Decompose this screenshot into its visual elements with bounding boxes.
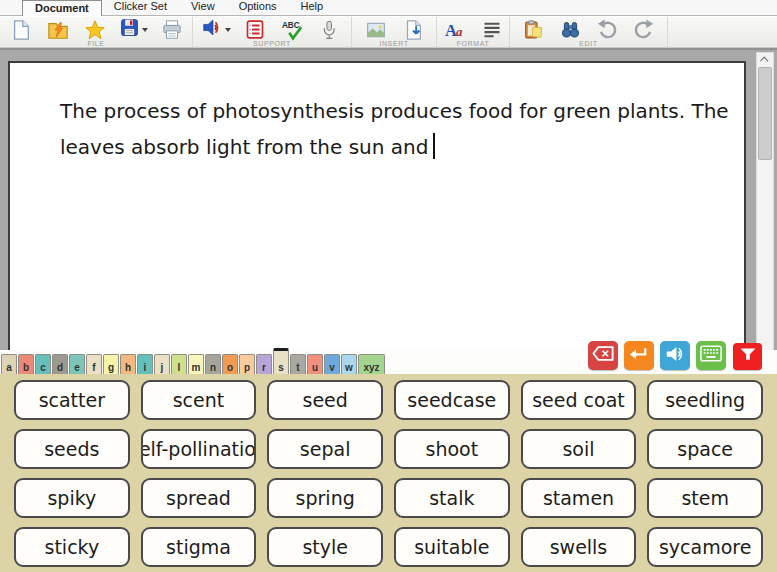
speak-button[interactable]: [202, 17, 231, 42]
speaker-icon: [202, 17, 223, 42]
insert-file-button[interactable]: [400, 19, 426, 41]
word-cell[interactable]: sepal: [267, 429, 383, 469]
word-cell[interactable]: seeds: [14, 429, 130, 469]
record-button[interactable]: [316, 19, 342, 41]
toolbar-spacer: [668, 17, 777, 47]
word-cell[interactable]: sticky: [14, 527, 130, 567]
menu-tab-document[interactable]: Document: [22, 0, 102, 16]
word-cell[interactable]: scent: [141, 380, 257, 420]
alphabet-tab-s[interactable]: s: [273, 348, 289, 374]
backspace-button[interactable]: [588, 341, 618, 370]
find-button[interactable]: [557, 19, 583, 41]
document-scrollbar[interactable]: [756, 52, 774, 370]
word-cell[interactable]: spread: [141, 478, 257, 518]
alphabet-tab-o[interactable]: o: [222, 354, 238, 374]
scrollbar-thumb[interactable]: [758, 67, 772, 160]
alignment-button[interactable]: [479, 19, 505, 41]
word-cell[interactable]: stamen: [521, 478, 637, 518]
alphabet-tab-p[interactable]: p: [239, 354, 255, 374]
word-cell[interactable]: sycamore: [647, 527, 763, 567]
toolbar-group-label: FILE: [0, 40, 192, 48]
svg-text:ABC: ABC: [282, 21, 300, 30]
new-document-button[interactable]: [8, 19, 34, 41]
numbered-list-icon: [245, 19, 265, 40]
word-cell[interactable]: shoot: [394, 429, 510, 469]
word-cell[interactable]: seedling: [647, 380, 763, 420]
document-page[interactable]: The process of photosynthesis produces f…: [8, 61, 746, 350]
clipboard-icon: [523, 19, 544, 41]
alphabet-tab-d[interactable]: d: [52, 354, 68, 374]
alphabet-tab-t[interactable]: t: [290, 354, 306, 374]
alphabet-tab-j[interactable]: j: [154, 354, 170, 374]
undo-button[interactable]: [594, 19, 620, 41]
speak-dropdown-arrow[interactable]: [225, 28, 231, 32]
word-cell[interactable]: seedcase: [394, 380, 510, 420]
open-button[interactable]: [45, 19, 71, 41]
redo-button[interactable]: [631, 19, 657, 41]
toolbar-group-edit: EDIT: [510, 17, 668, 47]
alphabet-tab-u[interactable]: u: [307, 354, 323, 374]
word-cell[interactable]: spring: [267, 478, 383, 518]
alphabet-tab-a[interactable]: a: [1, 354, 17, 374]
word-cell[interactable]: spiky: [14, 478, 130, 518]
word-list-button[interactable]: [242, 19, 268, 41]
menu-bar: Document Clicker Set View Options Help: [0, 0, 777, 16]
word-cell[interactable]: self-pollination: [141, 429, 257, 469]
toolbar-group-label: EDIT: [510, 40, 667, 48]
keyboard-button[interactable]: [696, 341, 726, 370]
word-cell[interactable]: scatter: [14, 380, 130, 420]
font-aa-icon: Aa: [443, 19, 467, 41]
scroll-up-button[interactable]: [757, 53, 773, 67]
microphone-icon: [319, 19, 339, 41]
alphabet-tab-l[interactable]: l: [171, 354, 187, 374]
word-cell[interactable]: stalk: [394, 478, 510, 518]
word-cell[interactable]: space: [647, 429, 763, 469]
save-button[interactable]: [119, 17, 148, 42]
align-lines-icon: [481, 20, 503, 40]
alphabet-tab-r[interactable]: r: [256, 354, 272, 374]
menu-item-options[interactable]: Options: [227, 0, 289, 15]
alphabet-tab-i[interactable]: i: [137, 354, 153, 374]
spellcheck-button[interactable]: ABC: [279, 19, 305, 41]
paste-button[interactable]: [520, 19, 546, 41]
alphabet-tab-w[interactable]: w: [341, 354, 357, 374]
font-button[interactable]: Aa: [442, 19, 468, 41]
megaphone-icon: [665, 345, 686, 367]
printer-icon: [161, 19, 183, 41]
alphabet-tab-m[interactable]: m: [188, 354, 204, 374]
menu-item-view[interactable]: View: [179, 0, 227, 15]
word-cell[interactable]: style: [267, 527, 383, 567]
toolbar-group-insert: INSERT: [352, 17, 437, 47]
return-button[interactable]: [624, 341, 654, 370]
alphabet-tab-c[interactable]: c: [35, 354, 51, 374]
alphabet-tab-xyz[interactable]: xyz: [358, 354, 385, 374]
document-text: The process of photosynthesis produces f…: [10, 63, 744, 165]
insert-picture-button[interactable]: [363, 19, 389, 41]
alphabet-tab-e[interactable]: e: [69, 354, 85, 374]
alphabet-tab-f[interactable]: f: [86, 354, 102, 374]
alphabet-tab-n[interactable]: n: [205, 354, 221, 374]
alphabet-tab-g[interactable]: g: [103, 354, 119, 374]
word-cell[interactable]: swells: [521, 527, 637, 567]
toolbar-group-label: SUPPORT: [193, 40, 351, 48]
word-cell[interactable]: suitable: [394, 527, 510, 567]
word-cell[interactable]: seed: [267, 380, 383, 420]
word-cell[interactable]: stigma: [141, 527, 257, 567]
redo-icon: [633, 19, 655, 41]
word-cell[interactable]: soil: [521, 429, 637, 469]
word-cell[interactable]: stem: [647, 478, 763, 518]
save-dropdown-arrow[interactable]: [142, 28, 148, 32]
word-cell[interactable]: seed coat: [521, 380, 637, 420]
favorites-button[interactable]: [82, 19, 108, 41]
menu-item-help[interactable]: Help: [289, 0, 336, 15]
clicker-button[interactable]: [733, 343, 762, 370]
alphabet-tab-v[interactable]: v: [324, 354, 340, 374]
document-line: leaves absorb light from the sun and: [60, 129, 724, 165]
menu-item-clicker-set[interactable]: Clicker Set: [102, 0, 179, 15]
alphabet-tab-h[interactable]: h: [120, 354, 136, 374]
picture-icon: [365, 20, 387, 40]
alphabet-tab-b[interactable]: b: [18, 354, 34, 374]
word-grid: scatter scent seed seedcase seed coat se…: [0, 374, 777, 572]
print-button[interactable]: [159, 19, 185, 41]
speak-sentence-button[interactable]: [660, 341, 690, 370]
